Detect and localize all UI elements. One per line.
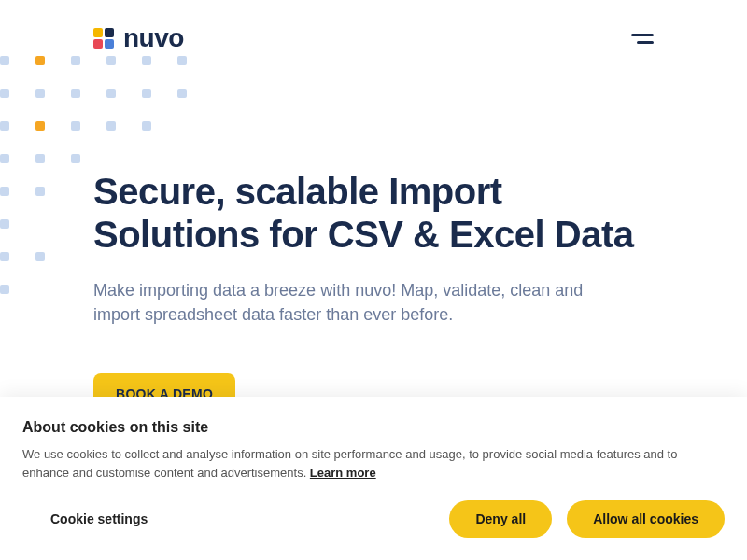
cookie-settings-link[interactable]: Cookie settings [22, 511, 148, 526]
hero-title: Secure, scalable Import Solutions for CS… [93, 170, 654, 256]
cookie-banner-title: About cookies on this site [22, 419, 725, 436]
logo-mark-icon [93, 28, 114, 49]
cookie-banner-text: We use cookies to collect and analyse in… [22, 445, 725, 482]
brand-logo[interactable]: nuvo [93, 23, 184, 53]
menu-icon[interactable] [631, 34, 654, 44]
allow-all-button[interactable]: Allow all cookies [567, 500, 725, 538]
brand-name: nuvo [123, 23, 184, 53]
cookie-learn-more-link[interactable]: Learn more [310, 466, 376, 480]
cookie-banner: About cookies on this site We use cookie… [0, 397, 747, 560]
header: nuvo [0, 0, 747, 77]
cookie-actions: Cookie settings Deny all Allow all cooki… [22, 500, 725, 538]
deny-all-button[interactable]: Deny all [449, 500, 552, 538]
hero-section: Secure, scalable Import Solutions for CS… [0, 77, 747, 452]
hero-subtitle: Make importing data a breeze with nuvo! … [93, 278, 616, 327]
